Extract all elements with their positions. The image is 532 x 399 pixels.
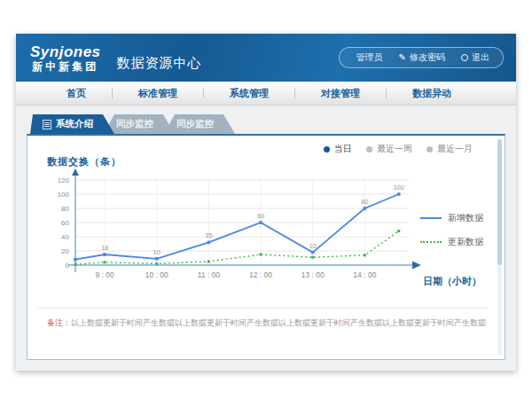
data-point-label: 100 [393, 184, 404, 192]
document-icon [43, 120, 51, 129]
user-menu-item-管理员[interactable]: 管理员 [345, 51, 391, 64]
data-point-marker [103, 253, 106, 256]
chart-series-更新数据 [74, 230, 401, 266]
nav-item-标准管理[interactable]: 标准管理 [113, 87, 203, 100]
logo: Synjones 新中新集团 [30, 43, 101, 73]
time-filter-label: 当日 [334, 143, 352, 155]
line-chart: 0204060801001209 : 0010 : 0011 : 0012 : … [36, 166, 462, 299]
user-menu-item-退出[interactable]: 退出 [453, 51, 497, 64]
footnote-text: 以上数据更新于时间产生数据以上数据更新于时间产生数据以上数据更新于时间产生数据以… [71, 318, 487, 327]
y-tick-label: 120 [58, 176, 70, 184]
radio-dot-icon [426, 146, 433, 153]
data-point-label: 80 [361, 198, 368, 206]
legend-label: 更新数据 [448, 236, 483, 248]
power-icon [461, 54, 468, 61]
data-point-marker [74, 263, 77, 266]
content-panel: 当日最近一周最近一月 数据交换（条） 0204060801001209 : 00… [27, 134, 505, 360]
legend-line-sample [420, 217, 442, 219]
nav-item-数据异动[interactable]: 数据异动 [387, 87, 477, 100]
app-window: Synjones 新中新集团 数据资源中心 管理员✎修改密码退出 首页标准管理系… [16, 34, 516, 371]
logo-company-name: 新中新集团 [30, 61, 101, 74]
x-tick-label: 14 : 00 [353, 270, 376, 279]
y-axis-arrow-icon [72, 168, 79, 176]
data-point-marker [104, 261, 106, 263]
tab-同步监控-1[interactable]: 同步监控 [104, 114, 175, 134]
logo-wordmark: Synjones [30, 43, 101, 61]
y-tick-label: 80 [61, 205, 69, 213]
data-point-marker [364, 254, 366, 256]
scrollbar [497, 139, 502, 356]
page-title: 数据资源中心 [117, 55, 202, 72]
time-filter-label: 最近一周 [377, 143, 412, 155]
content-area: 系统介绍同步监控同步监控 当日最近一周最近一月 数据交换（条） 02040608… [16, 106, 516, 371]
data-point-marker [74, 258, 77, 262]
x-tick-label: 9 : 00 [95, 270, 114, 279]
legend-line-sample [420, 241, 442, 243]
legend-label: 新增数据 [448, 212, 483, 224]
data-point-marker [311, 251, 315, 254]
data-point-label: 10 [153, 248, 160, 256]
y-tick-label: 100 [58, 191, 70, 199]
nav-item-首页[interactable]: 首页 [41, 87, 112, 100]
user-menu-label: 退出 [472, 51, 489, 64]
radio-dot-icon [324, 146, 330, 153]
footnote: 备注：以上数据更新于时间产生数据以上数据更新于时间产生数据以上数据更新于时间产生… [38, 308, 487, 329]
chart-grid [75, 180, 409, 265]
data-point-label: 60 [257, 212, 264, 220]
user-menu-label: 修改密码 [410, 51, 445, 64]
series-line [75, 194, 399, 260]
data-point-marker [259, 221, 262, 224]
data-point-marker [364, 207, 367, 210]
chart-legend: 新增数据更新数据 [420, 212, 483, 248]
y-tick-label: 0 [66, 262, 70, 270]
chart-x-axis-title: 日期（小时） [423, 275, 481, 288]
data-point-marker [207, 241, 211, 245]
time-filter-label: 最近一月 [437, 143, 473, 155]
data-point-marker [397, 230, 400, 232]
chart-tick-labels: 0204060801001209 : 0010 : 0011 : 0012 : … [58, 176, 377, 279]
tab-bar: 系统介绍同步监控同步监控 [30, 114, 505, 134]
legend-item-新增数据[interactable]: 新增数据 [420, 212, 483, 224]
time-filter-当日[interactable]: 当日 [324, 143, 352, 155]
tab-label: 系统介绍 [56, 118, 93, 130]
y-tick-label: 20 [61, 247, 69, 255]
edit-icon: ✎ [399, 54, 406, 61]
footnote-prefix: 备注： [47, 318, 71, 327]
tab-系统介绍-0[interactable]: 系统介绍 [30, 114, 114, 134]
data-point-label: 18 [101, 244, 108, 252]
data-point-label: 35 [205, 231, 212, 239]
nav-item-对接管理[interactable]: 对接管理 [295, 87, 386, 100]
radio-dot-icon [366, 146, 372, 153]
data-point-marker [207, 261, 210, 263]
data-point-marker [155, 262, 158, 265]
tab-label: 同步监控 [116, 118, 153, 130]
user-menu-item-修改密码[interactable]: ✎修改密码 [391, 51, 453, 64]
user-menu-label: 管理员 [356, 51, 383, 64]
data-point-marker [260, 254, 262, 256]
main-nav: 首页标准管理系统管理对接管理数据异动 [16, 82, 516, 106]
legend-item-更新数据[interactable]: 更新数据 [420, 236, 483, 248]
x-tick-label: 13 : 00 [301, 270, 325, 279]
x-tick-label: 11 : 00 [198, 270, 221, 279]
x-tick-label: 12 : 00 [249, 270, 272, 279]
nav-item-系统管理[interactable]: 系统管理 [204, 87, 294, 100]
tab-label: 同步监控 [176, 118, 214, 130]
time-filter-最近一月[interactable]: 最近一月 [426, 143, 473, 155]
y-tick-label: 60 [61, 219, 69, 227]
scrollbar-thumb[interactable] [497, 139, 502, 265]
tab-同步监控-2[interactable]: 同步监控 [164, 114, 235, 134]
user-menu: 管理员✎修改密码退出 [339, 47, 504, 68]
time-filter-最近一周[interactable]: 最近一周 [366, 143, 412, 155]
data-point-label: 10 [309, 242, 317, 250]
x-axis-arrow-icon [412, 262, 421, 270]
data-point-marker [397, 192, 401, 196]
time-filter-group: 当日最近一周最近一月 [324, 143, 473, 155]
y-tick-label: 40 [61, 233, 69, 241]
series-line [75, 231, 399, 265]
app-header: Synjones 新中新集团 数据资源中心 管理员✎修改密码退出 [16, 34, 516, 82]
data-point-marker [155, 257, 159, 261]
x-tick-label: 10 : 00 [145, 270, 168, 279]
data-point-marker [311, 256, 314, 259]
